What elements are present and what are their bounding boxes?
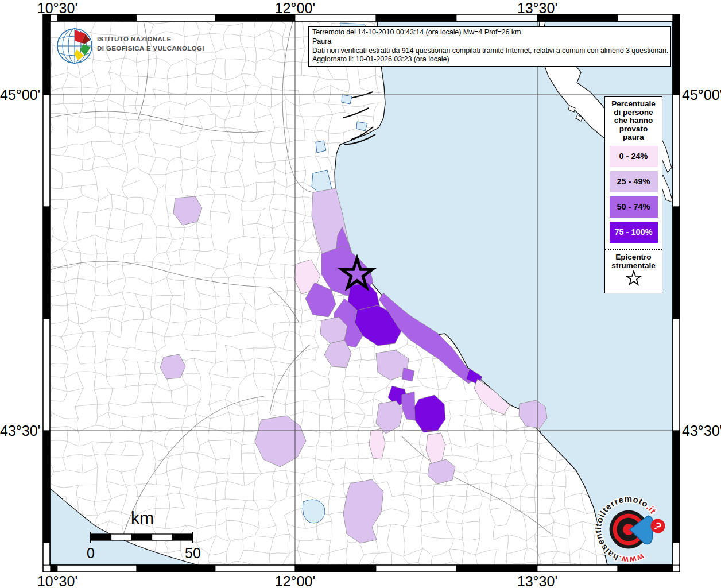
axis-label-bottom-left: 10°30' bbox=[37, 573, 77, 588]
axis-label-top-left: 10°30' bbox=[37, 0, 77, 17]
axis-label-bottom-center: 12°00' bbox=[275, 573, 315, 588]
legend-title-line: di persone bbox=[605, 109, 662, 117]
haisentitoilterremoto-logo: ? www.haisentitoilterremoto.it bbox=[580, 481, 683, 585]
legend-title-line: che hanno bbox=[605, 117, 662, 125]
epicenter-star-icon bbox=[624, 270, 644, 287]
axis-label-left-4330: 43°30' bbox=[0, 423, 40, 439]
lagoon-delta-1 bbox=[342, 95, 352, 104]
lake bbox=[303, 500, 325, 523]
info-line-event: Terremoto del 14-10-2010 00:43:14 (ora l… bbox=[312, 28, 667, 37]
info-line-updated: Aggiornato il: 10-01-2026 03:23 (ora loc… bbox=[312, 55, 667, 64]
legend-box: Percentuale di persone che hanno provato… bbox=[604, 96, 662, 293]
ingv-globe-icon bbox=[57, 29, 92, 63]
legend-title-line: Percentuale bbox=[605, 100, 662, 109]
scale-unit-label: km bbox=[131, 508, 154, 527]
axis-label-right-45: 45°00' bbox=[682, 87, 721, 103]
legend-title-line: paura bbox=[605, 133, 662, 142]
legend-class-50-74: 50 - 74% bbox=[610, 196, 658, 218]
info-line-source: Dati non verificati estratti da 914 ques… bbox=[312, 47, 667, 56]
legend-class-0-24: 0 - 24% bbox=[610, 146, 658, 167]
legend-epicenter-label: Epicentro strumentale bbox=[605, 250, 662, 270]
ingv-title-line2: DI GEOFISICA E VULCANOLOGIA bbox=[97, 45, 204, 52]
scale-start-label: 0 bbox=[87, 545, 95, 561]
legend-epicenter-line: strumentale bbox=[605, 261, 662, 270]
scale-bar-segments bbox=[91, 532, 193, 543]
ingv-logo: ISTITUTO NAZIONALE DI GEOFISICA E VULCAN… bbox=[55, 25, 204, 68]
axis-label-top-right: 13°30' bbox=[517, 0, 557, 17]
axis-label-bottom-right: 13°30' bbox=[517, 573, 557, 588]
axis-label-top-center: 12°00' bbox=[275, 0, 315, 17]
earthquake-info-box: Terremoto del 14-10-2010 00:43:14 (ora l… bbox=[308, 26, 671, 67]
ingv-title-line1: ISTITUTO NAZIONALE bbox=[97, 36, 172, 42]
legend-title: Percentuale di persone che hanno provato… bbox=[605, 97, 662, 142]
legend-epicenter-line: Epicentro bbox=[605, 253, 662, 261]
legend-class-75-100: 75 - 100% bbox=[610, 222, 658, 243]
scale-bar: km 0 50 bbox=[80, 504, 212, 564]
axis-label-left-45: 45°00' bbox=[0, 87, 40, 103]
axis-label-right-4330: 43°30' bbox=[682, 423, 721, 439]
info-line-metric: Paura bbox=[312, 37, 667, 47]
legend-title-line: provato bbox=[605, 125, 662, 134]
legend-class-25-49: 25 - 49% bbox=[610, 171, 658, 192]
scale-end-label: 50 bbox=[185, 545, 201, 561]
